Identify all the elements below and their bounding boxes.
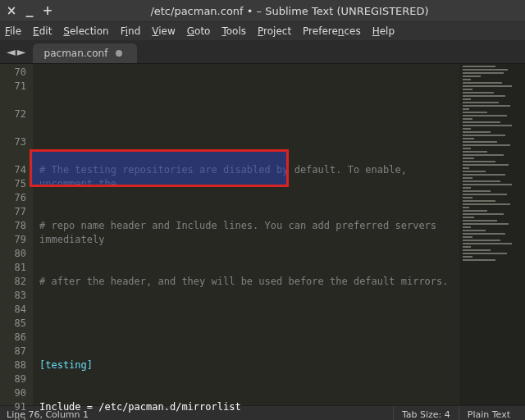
window-title: /etc/pacman.conf • – Sublime Text (UNREG…: [59, 5, 520, 17]
editor[interactable]: 7071 72 73 74757677787980818283848586878…: [0, 64, 525, 405]
menubar: File Edit Selection Find View Goto Tools…: [0, 22, 525, 40]
menu-view[interactable]: View: [152, 25, 175, 37]
menu-preferences[interactable]: Preferences: [303, 25, 361, 37]
code-line: # after the header, and they will be use…: [39, 275, 456, 289]
code-line: [39, 121, 456, 135]
menu-file[interactable]: File: [5, 25, 21, 37]
tab-strip: ◄ ► pacman.conf: [0, 40, 525, 64]
window-maximize-icon[interactable]: +: [41, 4, 54, 17]
menu-tools[interactable]: Tools: [221, 25, 246, 37]
menu-edit[interactable]: Edit: [33, 25, 52, 37]
line-number-gutter: 7071 72 73 74757677787980818283848586878…: [0, 64, 33, 405]
nav-back-icon[interactable]: ◄: [7, 45, 16, 58]
tab-dirty-icon: [116, 50, 122, 57]
menu-selection[interactable]: Selection: [63, 25, 108, 37]
window-minimize-icon[interactable]: _: [23, 2, 36, 15]
code-line: [39, 317, 456, 331]
menu-find[interactable]: Find: [121, 25, 141, 37]
menu-help[interactable]: Help: [372, 25, 395, 37]
window-close-icon[interactable]: ×: [5, 4, 18, 17]
tab-label: pacman.conf: [44, 48, 108, 59]
code-line: Include = /etc/pacman.d/mirrorlist: [39, 400, 456, 414]
code-line: [testing]: [39, 358, 456, 372]
tab-pacman-conf[interactable]: pacman.conf: [33, 43, 138, 63]
menu-goto[interactable]: Goto: [187, 25, 211, 37]
code-line: # repo name header and Include lines. Yo…: [39, 219, 456, 247]
nav-forward-icon[interactable]: ►: [17, 45, 26, 58]
code-line: # The testing repositories are disabled …: [39, 163, 456, 191]
code-area[interactable]: # The testing repositories are disabled …: [33, 64, 459, 405]
minimap[interactable]: [459, 64, 525, 405]
window-titlebar: × _ + /etc/pacman.conf • – Sublime Text …: [0, 0, 525, 22]
status-syntax[interactable]: Plain Text: [459, 406, 518, 420]
menu-project[interactable]: Project: [258, 25, 291, 37]
